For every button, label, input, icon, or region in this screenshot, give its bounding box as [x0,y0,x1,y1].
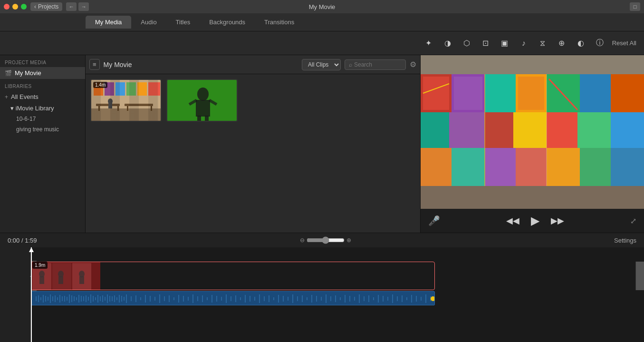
chevron-left-icon: ‹ [34,3,36,10]
track-end-cap [635,262,644,290]
magic-wand-icon[interactable]: ✦ [422,37,435,50]
sidebar-item-all-events[interactable]: + All Events [0,91,85,103]
speedometer-icon[interactable]: ⧖ [536,37,549,50]
playback-controls: ◀◀ ▶ ▶▶ [504,212,566,229]
svg-rect-42 [421,148,452,186]
tab-transitions[interactable]: Transitions [255,16,304,29]
camera-icon[interactable]: ▣ [498,37,511,50]
zoom-in-icon: ⊖ [300,237,305,244]
project-media-label: PROJECT MEDIA [0,55,85,67]
nav-tabs: My Media Audio Titles Backgrounds Transi… [0,13,644,31]
crop-icon[interactable]: ⊡ [479,37,492,50]
clip-item-classroom[interactable]: 1.4m [90,79,162,122]
navigation-arrows: ← → [66,2,89,11]
audio-icon[interactable]: ♪ [517,37,530,50]
content-title: My Movie [104,61,132,68]
content-area: ≡ My Movie All Clips ⌕ ⚙ [86,55,421,233]
back-label: Projects [38,3,58,10]
svg-rect-34 [611,74,644,112]
tab-backgrounds[interactable]: Backgrounds [200,16,255,29]
sidebar-item-imovie-library[interactable]: ▾ iMovie Library [0,103,85,114]
svg-rect-15 [108,103,112,108]
svg-rect-2 [96,104,120,106]
main-content: PROJECT MEDIA 🎬 My Movie LIBRARIES + All… [0,55,644,233]
svg-rect-31 [518,77,544,110]
timeline-left-panel [0,247,31,342]
svg-rect-0 [91,108,162,122]
zoom-out-icon: ⊕ [346,237,351,244]
svg-point-62 [79,271,85,277]
clip-item-greenscreen[interactable] [166,79,238,122]
search-icon: ⌕ [349,61,352,68]
video-track[interactable] [31,262,435,290]
expand-icon[interactable]: ⤢ [630,216,636,225]
film-icon: 🎬 [5,70,12,77]
svg-rect-21 [197,116,201,122]
svg-rect-29 [485,74,516,112]
search-box: ⌕ [345,59,406,70]
zoom-slider[interactable] [307,236,345,244]
prev-arrow-button[interactable]: ← [66,2,77,11]
track-greenscreen-svg [31,290,366,290]
close-button[interactable] [4,4,10,10]
svg-rect-11 [126,82,136,96]
svg-rect-6 [127,106,128,111]
svg-rect-13 [148,82,160,96]
minimize-button[interactable] [12,4,18,10]
settings-gear-icon[interactable]: ⚙ [410,60,416,69]
svg-rect-61 [58,276,63,284]
svg-rect-24 [421,55,644,74]
reset-all-button[interactable]: Reset All [612,39,636,47]
tab-my-media[interactable]: My Media [86,16,131,29]
clip-thumbnail-greenscreen [167,80,237,121]
svg-rect-7 [151,106,152,111]
content-header: ≡ My Movie All Clips ⌕ ⚙ [86,55,420,74]
fullscreen-button[interactable]: □ [630,2,640,11]
maximize-button[interactable] [21,4,27,10]
next-arrow-button[interactable]: → [78,2,89,11]
audio-waveform-svg [31,292,435,305]
fast-forward-button[interactable]: ▶▶ [549,214,566,228]
back-to-projects-button[interactable]: ‹ Projects [30,2,62,11]
svg-rect-3 [125,104,153,106]
tab-audio[interactable]: Audio [131,16,166,29]
timeline-settings-button[interactable]: Settings [614,237,636,244]
color-icon[interactable]: ⬡ [460,37,473,50]
svg-rect-4 [98,106,100,111]
sidebar-toggle-button[interactable]: ≡ [89,59,100,70]
audio-track[interactable] [31,291,435,305]
color-filter-icon[interactable]: ◐ [574,37,587,50]
svg-rect-28 [454,77,482,110]
stabilize-icon[interactable]: ⊕ [555,37,568,50]
timeline-header: 0:00 / 1:59 ⊖ ⊕ Settings [0,233,644,247]
triangle-icon: ▾ [10,105,16,112]
plus-icon: + [5,94,8,100]
rewind-button[interactable]: ◀◀ [504,214,521,228]
greenscreen-thumbnail-svg [167,80,238,122]
svg-rect-44 [485,148,516,186]
timeline-playhead [31,247,32,342]
svg-rect-64 [31,290,366,290]
contrast-icon[interactable]: ◑ [441,37,454,50]
info-icon[interactable]: ⓘ [593,37,606,50]
microphone-icon[interactable]: 🎤 [428,215,440,226]
svg-rect-38 [513,112,547,148]
svg-rect-12 [137,82,147,96]
play-button[interactable]: ▶ [529,212,541,229]
timeline-content: ◄► 1.9m [0,247,644,342]
svg-rect-63 [79,276,84,284]
search-input[interactable] [354,61,402,68]
svg-rect-39 [547,112,577,148]
svg-rect-41 [611,112,644,148]
tab-titles[interactable]: Titles [166,16,200,29]
sidebar-item-giving-tree[interactable]: giving tree music [0,124,85,135]
svg-rect-43 [452,148,485,186]
svg-rect-46 [547,148,580,186]
timecode-display: 0:00 / 1:59 [8,237,37,244]
sidebar-item-date[interactable]: 10-6-17 [0,114,85,124]
svg-rect-10 [115,82,125,96]
window-controls [4,4,27,10]
preview-controls: 🎤 ◀◀ ▶ ▶▶ ⤢ [421,209,644,233]
sidebar-item-my-movie[interactable]: 🎬 My Movie [0,67,85,79]
clips-filter-select[interactable]: All Clips [302,59,341,70]
